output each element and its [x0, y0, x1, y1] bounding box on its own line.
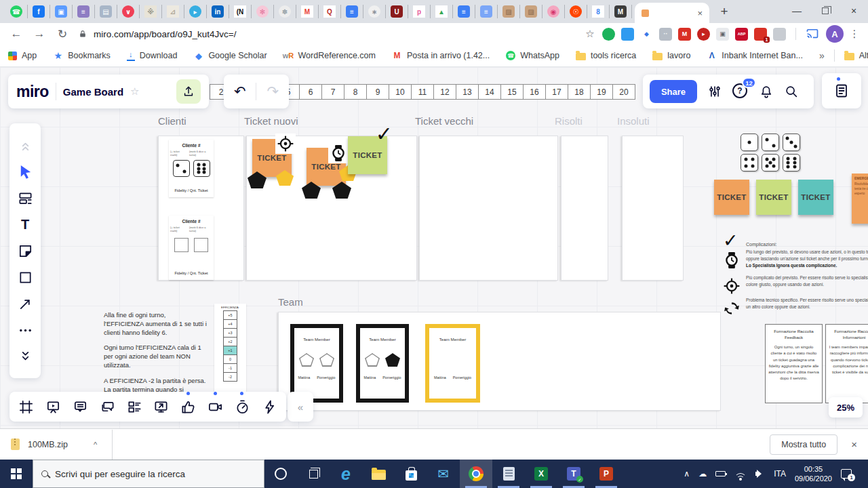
track-cell[interactable]: 17: [545, 84, 568, 100]
scale-cell[interactable]: 0: [223, 354, 237, 364]
track-cell[interactable]: 9: [366, 84, 389, 100]
onedrive-icon[interactable]: ☁: [698, 469, 707, 479]
share-button[interactable]: Share: [650, 80, 697, 103]
pinned-tab[interactable]: ▤: [95, 5, 117, 18]
scale-cell[interactable]: +4: [223, 319, 237, 329]
close-download-bar-icon[interactable]: ×: [851, 439, 857, 450]
frames-panel-icon[interactable]: [16, 396, 37, 417]
clock[interactable]: 00:35 09/06/2020: [795, 464, 832, 484]
restore-button[interactable]: [811, 0, 840, 22]
sticky-ticket-1[interactable]: TICKET: [252, 139, 292, 177]
presentation-mode-icon[interactable]: [43, 396, 64, 417]
scroll-up-icon[interactable]: [16, 136, 34, 154]
frame-team[interactable]: [278, 312, 721, 411]
pinned-tab[interactable]: (N: [229, 5, 252, 18]
sticky-ticket-green[interactable]: TICKET: [756, 180, 791, 215]
comments-panel-icon[interactable]: [70, 396, 90, 417]
pinned-tab[interactable]: p: [408, 5, 431, 18]
cast-icon[interactable]: [803, 24, 822, 43]
task-view[interactable]: [297, 460, 330, 488]
track-cell[interactable]: 15: [500, 84, 524, 100]
chat-panel-icon[interactable]: [97, 396, 117, 417]
back-button[interactable]: ←: [7, 24, 26, 43]
bookmark-item[interactable]: WordReference.com: [283, 51, 376, 61]
scale-cell[interactable]: +2: [223, 337, 237, 346]
empty-die-slot[interactable]: [194, 238, 208, 252]
show-all-downloads-button[interactable]: Mostra tutto: [770, 434, 837, 455]
scale-cell[interactable]: +5: [223, 310, 237, 320]
track-cell[interactable]: 11: [411, 84, 434, 100]
extension-icon[interactable]: [602, 28, 615, 41]
url-text[interactable]: miro.com/app/board/o9J_kut4Jvc=/: [94, 29, 578, 39]
pinned-tab[interactable]: ☎: [5, 5, 28, 18]
collapse-toolbar-button[interactable]: «: [288, 392, 313, 422]
edge[interactable]: e: [330, 460, 362, 488]
settings-sliders-icon[interactable]: [707, 84, 722, 99]
pinned-tab[interactable]: in: [207, 5, 229, 18]
file-explorer[interactable]: [362, 460, 395, 488]
bookmark-item[interactable]: Inbank Internet Ban...: [707, 51, 803, 61]
team-member-card[interactable]: Team Member MattinaPomeriggio: [290, 324, 343, 403]
timer-icon[interactable]: [232, 396, 252, 417]
die[interactable]: [173, 160, 190, 177]
cards-panel-icon[interactable]: [124, 396, 144, 417]
miro-canvas[interactable]: 234567891011121314151617181920 Clienti T…: [0, 67, 868, 428]
connector-tool-icon[interactable]: [16, 295, 34, 312]
bookmark-item[interactable]: lavoro: [652, 51, 690, 60]
track-cell[interactable]: 7: [321, 84, 344, 100]
scale-cell[interactable]: -2: [223, 372, 237, 382]
select-tool-icon[interactable]: [16, 163, 34, 180]
training-card[interactable]: Formazione Raccolta Feedback Ogni turno,…: [765, 324, 823, 403]
bookmark-item[interactable]: Google Scholar: [193, 51, 267, 61]
pinned-tab[interactable]: ⊿: [162, 5, 184, 18]
reload-button[interactable]: ↻: [53, 24, 72, 43]
cliente-card-2[interactable]: Cliente # (+ ticket risolti)(metti 6 dic…: [169, 216, 214, 280]
start-button[interactable]: [0, 460, 33, 488]
sticky-note-tool-icon[interactable]: [16, 242, 34, 260]
new-tab-button[interactable]: +: [715, 2, 734, 21]
target-icon[interactable]: [275, 134, 296, 154]
pinned-tab[interactable]: ≡: [453, 5, 475, 18]
active-tab[interactable]: ×: [635, 3, 709, 23]
pinned-tab[interactable]: ※: [140, 5, 162, 18]
tray-expand-icon[interactable]: ∧: [684, 469, 690, 479]
pinned-tab[interactable]: ▨: [520, 5, 542, 18]
pinned-tab[interactable]: ▨: [498, 5, 520, 18]
bookmark-item[interactable]: tools ricerca: [576, 51, 636, 60]
pinned-tab[interactable]: ▲: [431, 5, 453, 18]
chrome[interactable]: [460, 460, 492, 488]
track-cell[interactable]: 12: [433, 84, 456, 100]
pinned-tab[interactable]: ☉: [565, 5, 587, 18]
more-tools-icon[interactable]: [16, 321, 34, 339]
text-tool-icon[interactable]: T: [16, 216, 34, 233]
extension-icon[interactable]: ABP: [735, 28, 748, 41]
track-cell[interactable]: 18: [568, 84, 591, 100]
pinned-tab[interactable]: ∨: [117, 5, 140, 18]
help-button[interactable]: ? 12: [732, 83, 749, 100]
pinned-tab[interactable]: ▣: [50, 5, 73, 18]
die[interactable]: [762, 154, 779, 171]
search-icon[interactable]: [784, 84, 799, 99]
miro-logo[interactable]: miro: [16, 83, 49, 101]
sticky-ticket-teal[interactable]: TICKET: [798, 180, 833, 215]
notepad[interactable]: [492, 460, 525, 488]
frame-risolti[interactable]: [561, 136, 608, 281]
check-icon[interactable]: ✓: [376, 124, 393, 144]
bookmarks-overflow-icon[interactable]: »: [819, 50, 825, 61]
pinned-tab[interactable]: ≡: [73, 5, 95, 18]
export-board-button[interactable]: [176, 79, 201, 104]
pinned-tab[interactable]: ∗: [363, 5, 386, 18]
bookmark-item[interactable]: Download: [127, 51, 178, 61]
die[interactable]: [741, 154, 758, 171]
track-cell[interactable]: 14: [478, 84, 501, 100]
extension-icon[interactable]: ··: [659, 28, 672, 41]
pinned-tab[interactable]: ✽: [274, 5, 296, 18]
download-caret-icon[interactable]: ^: [94, 441, 97, 449]
scale-cell[interactable]: +1: [223, 346, 237, 355]
notes-panel-button[interactable]: [822, 73, 861, 108]
shape-tool-icon[interactable]: [16, 268, 34, 286]
watch-icon[interactable]: [328, 143, 349, 163]
die[interactable]: [783, 134, 800, 151]
team-member-card[interactable]: Team Member MattinaPomeriggio: [356, 324, 409, 403]
taskbar-search[interactable]: Scrivi qui per eseguire la ricerca: [33, 460, 264, 488]
